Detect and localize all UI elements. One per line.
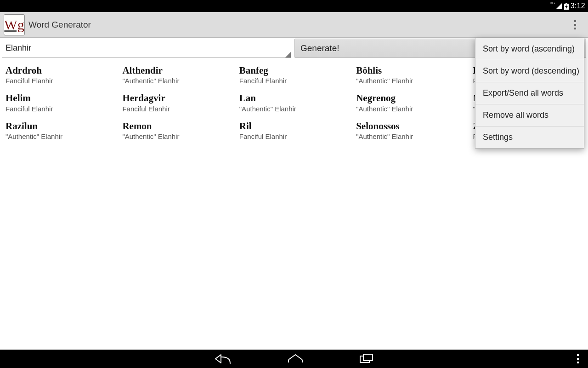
nav-back-button[interactable] (214, 353, 232, 364)
word-text: Herdagvir (122, 92, 235, 104)
word-cell[interactable]: HelimFanciful Elanhir (4, 89, 120, 117)
menu-settings[interactable]: Settings (475, 126, 584, 148)
word-cell[interactable]: AdrdrohFanciful Elanhir (4, 62, 120, 89)
word-sub: "Authentic" Elanhir (6, 132, 119, 140)
generate-label: Generate! (300, 43, 339, 53)
svg-rect-1 (565, 3, 567, 4)
word-sub: "Authentic" Elanhir (356, 77, 469, 85)
word-cell[interactable]: Althendir"Authentic" Elanhir (120, 62, 237, 89)
menu-sort-ascending[interactable]: Sort by word (ascending) (475, 38, 584, 60)
network-type-label: 3G (550, 1, 555, 5)
nav-recents-button[interactable] (359, 353, 374, 364)
app-icon: Wg (4, 14, 25, 35)
overflow-menu: Sort by word (ascending) Sort by word (d… (475, 38, 584, 149)
word-cell[interactable]: RilFanciful Elanhir (237, 117, 354, 145)
word-text: Ril (239, 120, 352, 132)
status-bar: 3G 3:12 (0, 0, 588, 12)
menu-export-send[interactable]: Export/Send all words (475, 82, 584, 104)
spinner-value: Elanhir (6, 43, 31, 53)
battery-icon (564, 3, 569, 10)
app-icon-text: Wg (4, 18, 24, 32)
word-text: Selonossos (356, 120, 469, 132)
word-cell[interactable]: Negrenog"Authentic" Elanhir (354, 89, 471, 117)
word-text: Adrdroh (6, 64, 119, 76)
word-text: Helim (6, 92, 119, 104)
word-sub: Fanciful Elanhir (239, 132, 352, 140)
word-cell[interactable]: HerdagvirFanciful Elanhir (120, 89, 237, 117)
word-cell[interactable]: BanfegFanciful Elanhir (237, 62, 354, 89)
word-sub: "Authentic" Elanhir (122, 77, 235, 85)
menu-sort-descending[interactable]: Sort by word (descending) (475, 60, 584, 82)
navigation-bar (0, 350, 588, 368)
word-sub: Fanciful Elanhir (122, 105, 235, 113)
word-cell[interactable]: Remon"Authentic" Elanhir (120, 117, 237, 145)
word-sub: "Authentic" Elanhir (356, 132, 469, 140)
nav-overflow-button[interactable] (577, 350, 579, 368)
overflow-dots-icon (574, 20, 576, 29)
language-spinner[interactable]: Elanhir (2, 39, 291, 58)
word-text: Negrenog (356, 92, 469, 104)
action-bar: Wg Word Generator (0, 12, 588, 38)
nav-home-button[interactable] (287, 353, 304, 364)
word-text: Böhlis (356, 64, 469, 76)
word-sub: "Authentic" Elanhir (356, 105, 469, 113)
word-text: Lan (239, 92, 352, 104)
word-cell[interactable]: Razilun"Authentic" Elanhir (4, 117, 120, 145)
svg-rect-7 (363, 354, 373, 361)
word-sub: "Authentic" Elanhir (239, 105, 352, 113)
status-clock: 3:12 (571, 2, 585, 10)
svg-marker-0 (556, 3, 562, 9)
word-sub: Fanciful Elanhir (6, 77, 119, 85)
signal-icon (556, 3, 562, 9)
word-text: Althendir (122, 64, 235, 76)
word-sub: "Authentic" Elanhir (122, 132, 235, 140)
word-cell[interactable]: Selonossos"Authentic" Elanhir (354, 117, 471, 145)
word-sub: Fanciful Elanhir (6, 105, 119, 113)
menu-remove-all[interactable]: Remove all words (475, 104, 584, 126)
nav-overflow-dots-icon (577, 354, 579, 363)
word-cell[interactable]: Böhlis"Authentic" Elanhir (354, 62, 471, 89)
overflow-button[interactable] (566, 12, 584, 38)
word-text: Banfeg (239, 64, 352, 76)
app-title: Word Generator (28, 20, 91, 30)
word-sub: Fanciful Elanhir (239, 77, 352, 85)
word-text: Razilun (6, 120, 119, 132)
word-text: Remon (122, 120, 235, 132)
word-cell[interactable]: Lan"Authentic" Elanhir (237, 89, 354, 117)
